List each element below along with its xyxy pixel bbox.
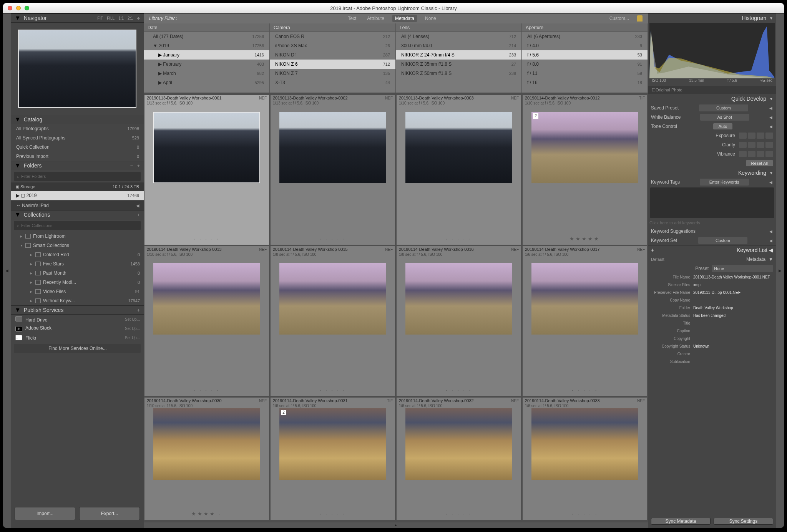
filter-value[interactable]: NIKKOR Z 35mm f/1.8 S27 (396, 60, 521, 69)
folder-2019[interactable]: ▶ ▢ 201917469 (11, 191, 144, 200)
close-window-button[interactable] (8, 6, 12, 10)
filter-value[interactable]: ▶ January1416 (144, 50, 269, 60)
filter-value[interactable]: ▶ February403 (144, 60, 269, 69)
collection-item[interactable]: ▶Five Stars1458 (11, 259, 144, 268)
publish-service[interactable]: StAdobe StockSet Up... (11, 324, 144, 333)
navigator-header[interactable]: ▼Navigator FITFILL1:12:1≑ (11, 13, 144, 23)
metadata-header[interactable]: Metadata (746, 257, 765, 262)
filter-value[interactable]: NIKKOR Z 24-70mm f/4 S233 (396, 50, 521, 60)
filter-tab-none[interactable]: None (422, 15, 439, 22)
catalog-item[interactable]: All Photographs17998 (11, 124, 144, 133)
metadata-field[interactable]: FolderDeath Valley Workshop (648, 304, 776, 312)
qd-exposure[interactable]: Exposure (648, 131, 776, 140)
metadata-field[interactable]: Title (648, 319, 776, 327)
left-grip[interactable]: ◀ (3, 13, 11, 528)
filter-column-header[interactable]: Aperture (522, 23, 648, 32)
filter-value[interactable]: All (4 Lenses)712 (396, 32, 521, 41)
keywording-header[interactable]: Keywording▼ (648, 168, 776, 177)
collection-item[interactable]: ▶Video Files91 (11, 287, 144, 296)
keyword-set[interactable]: Keyword SetCustom◀ (648, 236, 776, 245)
grid-cell[interactable]: NEF20190114-Death Valley Workshop-00331/… (523, 398, 647, 520)
collection-item[interactable]: ▶Colored Red0 (11, 250, 144, 259)
folders-header[interactable]: ▼Folders −+ (11, 161, 144, 170)
histogram[interactable] (649, 23, 775, 78)
minus-icon[interactable]: − (130, 163, 133, 169)
plus-icon[interactable]: + (137, 212, 140, 218)
catalog-item[interactable]: Previous Import0 (11, 152, 144, 161)
filter-value[interactable]: NIKON Z 7135 (270, 69, 395, 78)
navigator-preview[interactable] (11, 23, 144, 115)
metadata-field[interactable]: Sidecar Filesxmp (648, 281, 776, 288)
metadata-field[interactable]: Metadata StatusHas been changed (648, 312, 776, 319)
metadata-field[interactable]: Preserved File Name20190113-D...op-0001.… (648, 288, 776, 296)
filter-value[interactable]: All (177 Dates)17256 (144, 32, 269, 41)
original-photo-checkbox[interactable]: ☐ Original Photo (648, 86, 776, 94)
filter-value[interactable]: f / 5.653 (522, 50, 648, 60)
filter-folders-input[interactable]: Filter Folders (14, 172, 141, 181)
qd-preset[interactable]: Saved PresetCustom◀ (648, 103, 776, 113)
filter-value[interactable]: iPhone XS Max26 (270, 41, 395, 50)
plus-icon[interactable]: + (137, 163, 140, 169)
collection-item[interactable]: ▶Without Keyw...17947 (11, 296, 144, 305)
filter-value[interactable]: X-T344 (270, 78, 395, 87)
nav-fit-opts[interactable]: FITFILL1:12:1≑ (97, 16, 140, 20)
qd-clarity[interactable]: Clarity (648, 140, 776, 149)
grid-cell[interactable]: NEF20190114-Death Valley Workshop-00171/… (523, 246, 647, 396)
collection-item[interactable]: ▶Past Month0 (11, 268, 144, 278)
collection-item[interactable]: ▼Smart Collections (11, 241, 144, 250)
grid-cell[interactable]: TIF20190114-Death Valley Workshop-00311/… (271, 398, 395, 520)
qd-reset[interactable]: Reset All (648, 159, 776, 168)
filter-column-header[interactable]: Camera (270, 23, 395, 32)
keyword-area[interactable] (650, 187, 774, 218)
metadata-field[interactable]: Copyright (648, 335, 776, 342)
histogram-header[interactable]: Histogram▼ (648, 13, 776, 23)
publish-service[interactable]: ··FlickrSet Up... (11, 333, 144, 342)
filter-value[interactable]: f / 4.09 (522, 41, 648, 50)
grid-cell[interactable]: NEF20190113-Death Valley Workshop-00011/… (144, 95, 269, 245)
catalog-item[interactable]: Quick Collection +0 (11, 143, 144, 152)
filter-value[interactable]: NIKKOR Z 50mm f/1.8 S238 (396, 69, 521, 78)
filter-column-header[interactable]: Date (144, 23, 269, 32)
qd-vibrance[interactable]: Vibrance (648, 149, 776, 159)
grid-cell[interactable]: TIF20190114-Death Valley Workshop-00121/… (523, 95, 647, 245)
filter-value[interactable]: NIKON Z 6712 (270, 60, 395, 69)
filter-value[interactable]: ▶ April5295 (144, 78, 269, 87)
filter-value[interactable]: ▼ 201917256 (144, 41, 269, 50)
metadata-field[interactable]: Creator (648, 350, 776, 358)
keyword-tags[interactable]: Keyword TagsEnter Keywords◀ (648, 177, 776, 187)
filter-tab-text[interactable]: Text (345, 15, 359, 22)
keyword-suggestions[interactable]: Keyword Suggestions◀ (648, 227, 776, 236)
minimize-window-button[interactable] (16, 6, 21, 10)
grid-cell[interactable]: NEF20190113-Death Valley Workshop-00031/… (397, 95, 521, 245)
sync-metadata-button[interactable]: Sync Metadata (651, 518, 711, 525)
collection-item[interactable]: ▶Recently Modi...0 (11, 278, 144, 287)
filter-value[interactable]: NIKON Df287 (270, 50, 395, 60)
qd-tone[interactable]: Tone ControlAuto◀ (648, 122, 776, 131)
metadata-field[interactable]: Copy Name (648, 296, 776, 304)
grid-view[interactable]: NEF20190113-Death Valley Workshop-00011/… (144, 93, 648, 522)
import-button[interactable]: Import... (15, 507, 75, 520)
filter-value[interactable]: f / 1159 (522, 69, 648, 78)
filter-value[interactable]: 300.0 mm f/4.0214 (396, 41, 521, 50)
metadata-preset[interactable]: PresetNone (648, 264, 776, 273)
keyword-list-header[interactable]: + Keyword List ◀ (648, 245, 776, 255)
filter-tab-attribute[interactable]: Attribute (364, 15, 387, 22)
folder-ipad[interactable]: ↔ Nasim's iPad◀ (11, 201, 144, 210)
quick-develop-header[interactable]: Quick Develop▼ (648, 94, 776, 103)
plus-icon[interactable]: + (137, 307, 140, 313)
publish-header[interactable]: ▼Publish Services + (11, 305, 144, 315)
grid-cell[interactable]: NEF20190114-Death Valley Workshop-00151/… (271, 246, 395, 396)
metadata-field[interactable]: File Name20190113-Death Valley Workshop-… (648, 273, 776, 281)
grid-cell[interactable]: NEF20190114-Death Valley Workshop-00321/… (397, 398, 521, 520)
qd-wb[interactable]: White BalanceAs Shot◀ (648, 113, 776, 122)
right-grip[interactable]: ▶ (776, 13, 784, 528)
filter-value[interactable]: All (6 Apertures)233 (522, 32, 648, 41)
filter-column-header[interactable]: Lens (396, 23, 521, 32)
filter-value[interactable]: f / 1618 (522, 78, 648, 87)
export-button[interactable]: Export... (79, 507, 140, 520)
lock-icon[interactable] (637, 15, 643, 22)
collections-header[interactable]: ▼Collections + (11, 210, 144, 219)
fullscreen-window-button[interactable] (25, 6, 29, 10)
filmstrip-toggle[interactable]: ▲ (144, 522, 648, 528)
keyword-hint[interactable]: Click here to add keywords (648, 219, 776, 227)
